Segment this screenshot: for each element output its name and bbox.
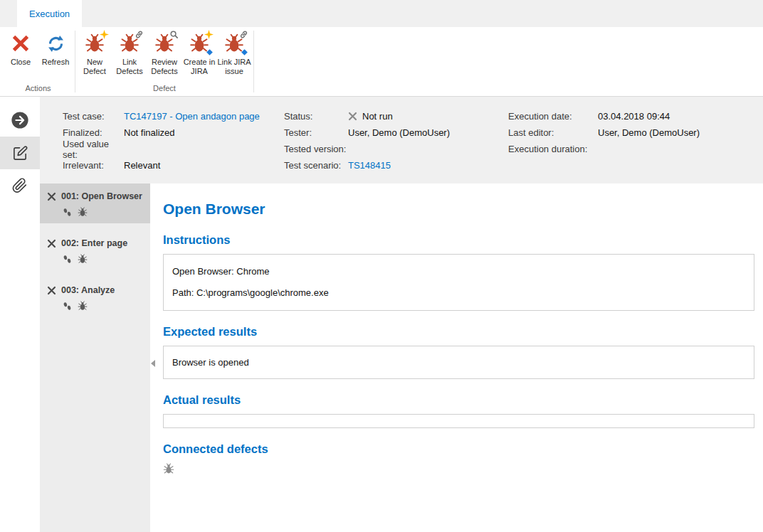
go-to-step-icon[interactable] (63, 302, 72, 311)
review-defects-label: Review Defects (147, 58, 181, 76)
info-row-irrelevant: Irrelevant: Relevant (63, 157, 284, 174)
info-row-test-case: Test case: TC147197 - Open andagon page (63, 108, 284, 124)
connected-defects-heading: Connected defects (163, 442, 754, 456)
finalized-value: Not finalized (124, 127, 175, 138)
link-defects-button[interactable]: Link Defects (112, 31, 147, 76)
last-editor-label: Last editor: (508, 127, 598, 138)
test-case-link[interactable]: TC147197 - Open andagon page (124, 111, 260, 122)
step-not-run-icon (47, 239, 56, 248)
step-item-002[interactable]: 002: Enter page (40, 230, 150, 270)
bug-link-icon (118, 32, 141, 55)
actual-results-heading: Actual results (163, 393, 754, 407)
finalized-label: Finalized: (63, 127, 124, 138)
group-label-defect: Defect (75, 84, 253, 96)
close-button[interactable]: Close (4, 31, 38, 67)
tester-value: User, Demo (DemoUser) (348, 127, 450, 138)
info-row-tester: Tester: User, Demo (DemoUser) (284, 124, 508, 141)
new-defect-label: New Defect (78, 58, 112, 76)
link-defects-label: Link Defects (112, 58, 147, 76)
step-defect-icon[interactable] (78, 301, 88, 311)
test-case-label: Test case: (63, 111, 124, 122)
create-in-jira-label: Create in JIRA (182, 58, 216, 76)
step-title: 002: Enter page (61, 238, 127, 248)
close-icon (9, 32, 32, 55)
instructions-line: Path: C:\programs\google\chrome.exe (172, 287, 745, 298)
used-value-set-label: Used value set: (63, 139, 124, 160)
ribbon-separator (253, 31, 254, 92)
execution-date-label: Execution date: (508, 111, 598, 122)
close-button-label: Close (11, 58, 31, 67)
edit-icon (12, 145, 28, 161)
tested-version-label: Tested version: (284, 144, 348, 154)
info-column-3: Execution date: 03.04.2018 09:44 Last ed… (508, 108, 752, 179)
tab-execution[interactable]: Execution (17, 0, 82, 27)
refresh-button-label: Refresh (42, 58, 70, 67)
execution-info-panel: Test case: TC147197 - Open andagon page … (40, 97, 763, 183)
status-label: Status: (284, 111, 348, 122)
create-in-jira-button[interactable]: Create in JIRA (182, 31, 216, 76)
link-jira-issue-button[interactable]: Link JIRA issue (217, 31, 251, 76)
review-defects-button[interactable]: Review Defects (147, 31, 181, 76)
bug-review-icon (153, 32, 176, 55)
ribbon-group-defect: New Defect Link Defects Review Defects (75, 27, 253, 96)
info-row-execution-date: Execution date: 03.04.2018 09:44 (508, 108, 752, 124)
bug-new-icon (83, 32, 106, 55)
left-icon-rail (0, 97, 40, 532)
step-title: 003: Analyze (61, 285, 115, 295)
jira-diamond-icon (206, 48, 214, 56)
magnifier-badge-icon (169, 30, 179, 39)
irrelevant-label: Irrelevant: (63, 160, 124, 171)
ribbon-group-actions: Close Refresh Actions (1, 27, 75, 96)
instructions-heading: Instructions (163, 233, 754, 247)
link-badge-icon (135, 30, 144, 39)
ribbon-tab-bar: Execution (0, 0, 763, 27)
execution-date-value: 03.04.2018 09:44 (598, 111, 670, 122)
bug-jira-new-icon (188, 32, 211, 55)
test-scenario-link[interactable]: TS148415 (348, 160, 391, 171)
info-column-2: Status: Not run Tester: User, Demo (Demo… (284, 108, 508, 179)
step-not-run-icon (47, 286, 56, 295)
rail-item-edit[interactable] (0, 137, 40, 169)
sparkle-badge-icon (204, 30, 214, 39)
irrelevant-value: Relevant (124, 160, 160, 171)
ribbon-toolbar: Close Refresh Actions N (0, 27, 763, 97)
step-list: 001: Open Browser 002: Enter page (40, 183, 150, 532)
new-defect-button[interactable]: New Defect (78, 31, 112, 76)
expected-results-heading: Expected results (163, 325, 754, 339)
go-to-step-icon[interactable] (63, 208, 72, 217)
tester-label: Tester: (284, 127, 348, 138)
not-run-icon (348, 112, 357, 121)
info-column-1: Test case: TC147197 - Open andagon page … (63, 108, 284, 179)
expected-results-box: Browser is opened (163, 346, 754, 379)
info-row-status: Status: Not run (284, 108, 508, 124)
refresh-icon (44, 32, 67, 55)
go-to-step-icon[interactable] (63, 255, 72, 264)
step-detail-pane: Open Browser Instructions Open Browser: … (150, 183, 763, 532)
attachment-icon (12, 178, 28, 193)
last-editor-value: User, Demo (DemoUser) (598, 127, 700, 138)
sparkle-badge-icon (100, 30, 109, 39)
collapse-panel-arrow-icon[interactable] (151, 360, 155, 367)
execution-duration-label: Execution duration: (508, 144, 598, 154)
bug-jira-link-icon (223, 32, 246, 55)
link-badge-icon (239, 30, 248, 39)
step-defect-icon[interactable] (78, 207, 88, 217)
test-scenario-label: Test scenario: (284, 160, 348, 171)
connected-defects-bug-icon[interactable] (163, 463, 174, 474)
step-not-run-icon (47, 192, 56, 201)
step-defect-icon[interactable] (78, 254, 88, 264)
rail-item-attachments[interactable] (0, 169, 40, 202)
step-item-003[interactable]: 003: Analyze (40, 277, 150, 317)
step-item-001[interactable]: 001: Open Browser (40, 183, 150, 223)
refresh-button[interactable]: Refresh (38, 31, 73, 67)
info-row-last-editor: Last editor: User, Demo (DemoUser) (508, 124, 752, 141)
group-label-actions: Actions (1, 84, 75, 96)
instructions-line: Open Browser: Chrome (172, 266, 745, 277)
rail-item-goto[interactable] (0, 104, 40, 137)
defect-buttons: New Defect Link Defects Review Defects (75, 27, 253, 84)
jira-diamond-icon (241, 48, 248, 56)
app-window: Execution Close Refresh Actions (0, 0, 763, 532)
info-row-test-scenario: Test scenario: TS148415 (284, 157, 508, 174)
actual-results-input[interactable] (163, 414, 754, 428)
info-row-tested-version: Tested version: (284, 141, 508, 157)
